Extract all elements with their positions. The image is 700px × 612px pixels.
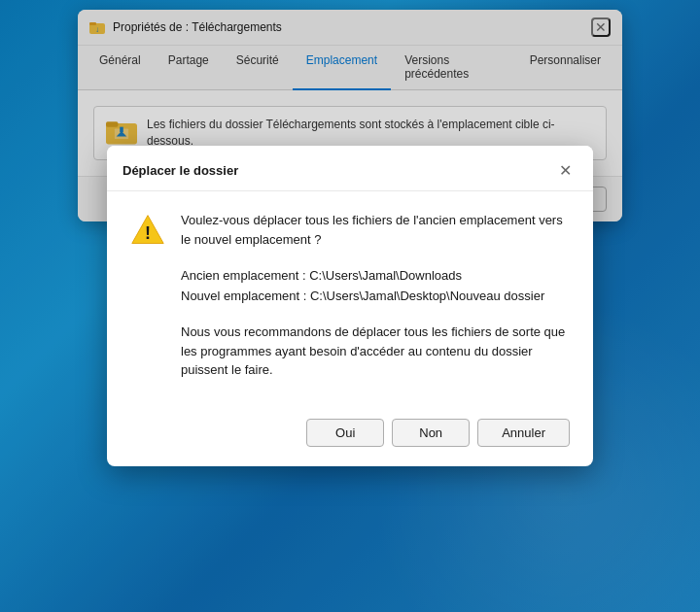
new-path: Nouvel emplacement : C:\Users\Jamal\Desk… bbox=[181, 287, 570, 307]
move-dialog: Déplacer le dossier ✕ ! Voulez-vous dépl… bbox=[107, 146, 593, 465]
dialog-overlay: Déplacer le dossier ✕ ! Voulez-vous dépl… bbox=[0, 0, 700, 612]
dialog-close-button[interactable]: ✕ bbox=[552, 157, 578, 183]
yes-button[interactable]: Oui bbox=[306, 419, 384, 447]
dialog-buttons: Oui Non Annuler bbox=[107, 403, 593, 466]
old-path: Ancien emplacement : C:\Users\Jamal\Down… bbox=[181, 266, 570, 287]
no-button[interactable]: Non bbox=[392, 419, 470, 447]
warning-icon: ! bbox=[130, 213, 165, 248]
svg-text:!: ! bbox=[145, 223, 151, 243]
question-row: ! Voulez-vous déplacer tous les fichiers… bbox=[130, 211, 570, 249]
dialog-titlebar: Déplacer le dossier ✕ bbox=[107, 146, 593, 191]
dialog-question: Voulez-vous déplacer tous les fichiers d… bbox=[181, 211, 570, 249]
dialog-body: ! Voulez-vous déplacer tous les fichiers… bbox=[107, 191, 593, 402]
dialog-paths: Ancien emplacement : C:\Users\Jamal\Down… bbox=[130, 266, 570, 307]
recommendation-text: Nous vous recommandons de déplacer tous … bbox=[130, 323, 570, 380]
dialog-title: Déplacer le dossier bbox=[122, 163, 238, 178]
cancel-dialog-button[interactable]: Annuler bbox=[477, 419, 570, 447]
